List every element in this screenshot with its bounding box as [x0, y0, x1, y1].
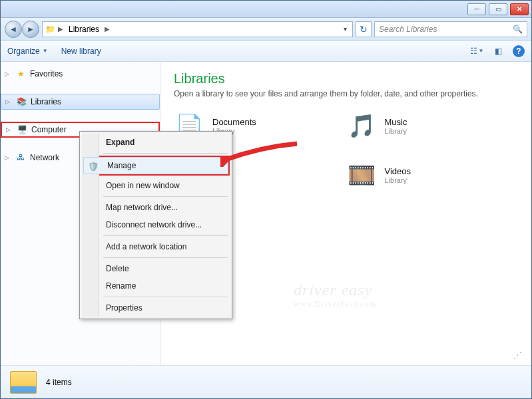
library-videos[interactable]: 🎞️ Videos Library	[346, 160, 519, 190]
library-name: Videos	[385, 166, 411, 176]
ctx-map-network-drive[interactable]: Map network drive...	[82, 199, 230, 216]
videos-icon: 🎞️	[346, 160, 377, 190]
libraries-label: Libraries	[31, 97, 61, 106]
maximize-button[interactable]: ▭	[489, 3, 507, 15]
search-icon: 🔍	[513, 25, 523, 34]
command-bar: Organize ▼ New library ☷▼ ◧ ?	[1, 41, 531, 62]
ctx-rename[interactable]: Rename	[82, 277, 230, 295]
chevron-down-icon: ▼	[43, 48, 48, 54]
ctx-expand[interactable]: Expand	[82, 134, 230, 151]
library-kind: Library	[385, 176, 411, 184]
search-placeholder: Search Libraries	[379, 25, 437, 34]
ctx-manage[interactable]: 🛡️ Manage	[83, 157, 228, 174]
music-icon: 🎵	[346, 110, 377, 141]
forward-button[interactable]: ►	[22, 21, 39, 38]
watermark: driver easy www.DriverEasy.com	[294, 281, 376, 309]
search-input[interactable]: Search Libraries 🔍	[374, 21, 527, 37]
close-button[interactable]: ✕	[510, 3, 529, 15]
library-name: Documents	[212, 117, 256, 127]
libraries-icon: 📚	[16, 96, 27, 107]
address-bar[interactable]: 📁 ▶ Libraries ▶ ▾	[42, 21, 353, 37]
star-icon: ★	[15, 68, 26, 79]
chevron-right-icon: ▶	[58, 25, 63, 33]
new-library-label: New library	[61, 47, 101, 56]
new-library-button[interactable]: New library	[61, 47, 101, 56]
minimize-button[interactable]: ─	[467, 3, 486, 15]
network-icon: 🖧	[15, 152, 26, 163]
computer-label: Computer	[31, 125, 67, 134]
breadcrumb-libraries[interactable]: Libraries	[66, 23, 102, 35]
network-label: Network	[30, 153, 59, 162]
ctx-disconnect-network-drive[interactable]: Disconnect network drive...	[82, 216, 230, 233]
folder-icon: 📁	[45, 25, 55, 34]
organize-menu[interactable]: Organize ▼	[7, 47, 48, 56]
preview-pane-button[interactable]: ◧	[491, 45, 505, 58]
status-bar: 4 items	[1, 365, 531, 398]
refresh-button[interactable]: ↻	[356, 21, 372, 37]
organize-label: Organize	[7, 47, 40, 56]
library-kind: Library	[385, 127, 407, 135]
expand-arrow-icon[interactable]: ▷	[6, 126, 13, 133]
address-dropdown-icon[interactable]: ▾	[341, 25, 350, 33]
status-thumbnail-icon	[10, 371, 37, 394]
window-titlebar: ─ ▭ ✕	[1, 1, 531, 18]
ctx-open-new-window[interactable]: Open in new window	[82, 177, 230, 194]
back-button[interactable]: ◄	[5, 21, 22, 38]
ctx-add-network-location[interactable]: Add a network location	[82, 238, 230, 255]
library-music[interactable]: 🎵 Music Library	[346, 110, 519, 141]
computer-context-menu: Expand 🛡️ Manage Open in new window Map …	[79, 131, 232, 319]
page-title: Libraries	[174, 71, 518, 86]
expand-arrow-icon[interactable]: ▷	[5, 98, 12, 105]
ctx-properties[interactable]: Properties	[82, 299, 230, 317]
view-options-button[interactable]: ☷▼	[470, 45, 483, 58]
page-subtitle: Open a library to see your files and arr…	[174, 89, 518, 98]
computer-icon: 🖥️	[17, 124, 27, 135]
expand-arrow-icon[interactable]: ▷	[5, 70, 11, 77]
status-item-count: 4 items	[46, 378, 72, 387]
resize-grip-icon[interactable]: ⋰	[513, 350, 521, 360]
help-button[interactable]: ?	[513, 45, 525, 57]
expand-arrow-icon[interactable]: ▷	[5, 154, 11, 161]
chevron-right-icon: ▶	[105, 25, 110, 33]
ctx-delete[interactable]: Delete	[82, 260, 230, 277]
shield-icon: 🛡️	[88, 161, 99, 172]
navigation-bar: ◄ ► 📁 ▶ Libraries ▶ ▾ ↻ Search Libraries…	[1, 18, 531, 41]
tree-libraries[interactable]: ▷ 📚 Libraries	[1, 94, 160, 110]
tree-favorites[interactable]: ▷ ★ Favorites	[1, 66, 160, 82]
library-name: Music	[385, 117, 407, 127]
favorites-label: Favorites	[30, 69, 63, 78]
